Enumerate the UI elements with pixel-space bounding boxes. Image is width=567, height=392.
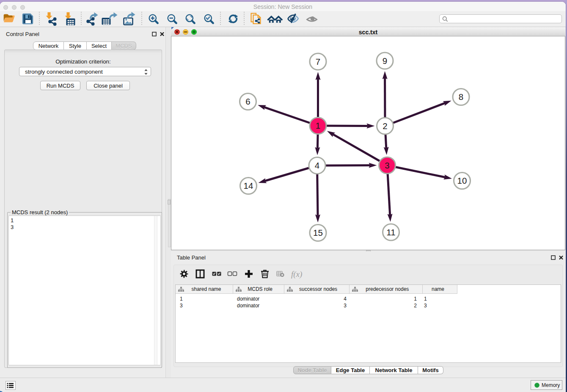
svg-text:9: 9	[383, 56, 387, 66]
svg-text:3: 3	[385, 160, 389, 170]
svg-text:14: 14	[244, 181, 253, 190]
svg-text:6: 6	[245, 97, 250, 106]
svg-text:15: 15	[313, 228, 323, 237]
svg-text:8: 8	[459, 92, 463, 102]
svg-text:7: 7	[316, 57, 320, 66]
svg-text:f(x): f(x)	[291, 270, 302, 279]
svg-text:1: 1	[316, 121, 320, 130]
svg-text:4: 4	[315, 160, 319, 170]
svg-text:11: 11	[386, 227, 395, 237]
svg-text:10: 10	[457, 176, 467, 185]
svg-text:2: 2	[383, 121, 387, 131]
